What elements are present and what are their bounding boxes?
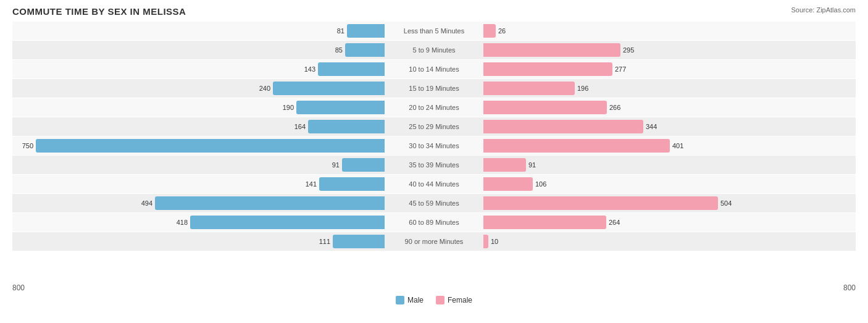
row-category-label: Less than 5 Minutes xyxy=(385,27,483,35)
male-value-label: 418 xyxy=(169,219,188,226)
bar-row: 16425 to 29 Minutes344 xyxy=(12,117,856,136)
male-value-label: 164 xyxy=(287,123,306,130)
male-bar xyxy=(345,43,385,57)
left-side: 750 xyxy=(12,138,385,154)
legend: Male Female xyxy=(12,296,856,304)
row-category-label: 10 to 14 Minutes xyxy=(385,65,483,73)
female-bar xyxy=(483,177,533,191)
legend-female-box xyxy=(436,296,444,304)
right-side: 10 xyxy=(483,233,856,250)
male-value-label: 111 xyxy=(312,238,330,245)
male-bar xyxy=(296,101,385,114)
male-bar xyxy=(318,62,385,76)
bar-row: 81Less than 5 Minutes26 xyxy=(12,22,856,40)
axis-labels: 800 800 xyxy=(12,281,856,292)
female-bar xyxy=(483,158,526,172)
legend-female-label: Female xyxy=(448,296,472,304)
row-category-label: 25 to 29 Minutes xyxy=(385,123,483,130)
female-bar xyxy=(483,24,496,38)
left-side: 164 xyxy=(12,119,385,135)
bar-row: 75030 to 34 Minutes401 xyxy=(12,136,856,155)
bar-row: 24015 to 19 Minutes196 xyxy=(12,79,856,98)
female-value-label: 277 xyxy=(615,65,626,73)
male-bar xyxy=(342,158,385,172)
row-category-label: 90 or more Minutes xyxy=(385,238,483,245)
male-value-label: 141 xyxy=(298,180,317,188)
row-category-label: 40 to 44 Minutes xyxy=(385,180,483,188)
right-side: 401 xyxy=(483,138,856,154)
bar-row: 11190 or more Minutes10 xyxy=(12,232,856,251)
bar-row: 855 to 9 Minutes295 xyxy=(12,41,856,59)
female-bar xyxy=(483,196,718,210)
male-bar xyxy=(36,139,385,153)
female-bar xyxy=(483,43,620,57)
right-side: 344 xyxy=(483,119,856,135)
left-side: 91 xyxy=(12,157,385,173)
legend-male: Male xyxy=(396,296,424,304)
female-value-label: 295 xyxy=(623,46,634,54)
male-bar xyxy=(190,216,385,229)
left-side: 494 xyxy=(12,195,385,211)
row-category-label: 60 to 89 Minutes xyxy=(385,219,483,226)
chart-container: COMMUTE TIME BY SEX IN MELISSA Source: Z… xyxy=(0,0,868,323)
right-side: 266 xyxy=(483,99,856,115)
male-value-label: 85 xyxy=(324,46,343,54)
female-value-label: 91 xyxy=(528,161,536,169)
male-bar xyxy=(319,177,385,191)
female-value-label: 196 xyxy=(577,85,588,92)
female-bar xyxy=(483,62,612,76)
bar-row: 19020 to 24 Minutes266 xyxy=(12,98,856,117)
male-bar xyxy=(333,235,385,248)
male-value-label: 81 xyxy=(326,27,344,35)
female-bar xyxy=(483,139,670,153)
row-category-label: 45 to 59 Minutes xyxy=(385,199,483,207)
row-category-label: 15 to 19 Minutes xyxy=(385,85,483,92)
source-text: Source: ZipAtlas.com xyxy=(791,6,856,14)
row-category-label: 20 to 24 Minutes xyxy=(385,104,483,111)
legend-male-label: Male xyxy=(407,296,424,304)
male-value-label: 240 xyxy=(252,85,270,92)
row-category-label: 5 to 9 Minutes xyxy=(385,46,483,54)
chart-area: 81Less than 5 Minutes26855 to 9 Minutes2… xyxy=(12,22,856,281)
female-value-label: 264 xyxy=(609,219,620,226)
left-side: 143 xyxy=(12,61,385,77)
female-bar xyxy=(483,120,643,133)
left-side: 141 xyxy=(12,176,385,192)
right-side: 295 xyxy=(483,42,856,58)
legend-female: Female xyxy=(436,296,472,304)
left-side: 240 xyxy=(12,80,385,96)
male-bar xyxy=(273,82,385,95)
row-category-label: 30 to 34 Minutes xyxy=(385,142,483,149)
axis-left: 800 xyxy=(12,283,25,292)
female-value-label: 266 xyxy=(609,104,620,111)
female-value-label: 401 xyxy=(672,142,683,149)
female-value-label: 344 xyxy=(646,123,657,130)
female-value-label: 504 xyxy=(720,199,732,207)
bar-row: 41860 to 89 Minutes264 xyxy=(12,213,856,232)
male-value-label: 91 xyxy=(321,161,340,169)
right-side: 196 xyxy=(483,80,856,96)
bar-row: 9135 to 39 Minutes91 xyxy=(12,156,856,174)
male-bar xyxy=(155,196,385,210)
male-value-label: 750 xyxy=(15,142,33,149)
female-value-label: 10 xyxy=(491,238,498,245)
bar-row: 14310 to 14 Minutes277 xyxy=(12,60,856,78)
right-side: 26 xyxy=(483,23,856,39)
left-side: 85 xyxy=(12,42,385,58)
right-side: 91 xyxy=(483,157,856,173)
right-side: 504 xyxy=(483,195,856,211)
left-side: 190 xyxy=(12,99,385,115)
male-bar xyxy=(347,24,385,38)
right-side: 106 xyxy=(483,176,856,192)
row-category-label: 35 to 39 Minutes xyxy=(385,161,483,169)
male-value-label: 143 xyxy=(297,65,315,73)
female-value-label: 106 xyxy=(535,180,546,188)
chart-title: COMMUTE TIME BY SEX IN MELISSA xyxy=(12,6,856,17)
female-bar xyxy=(483,235,488,248)
axis-right: 800 xyxy=(843,283,856,292)
right-side: 264 xyxy=(483,214,856,230)
right-side: 277 xyxy=(483,61,856,77)
female-bar xyxy=(483,82,575,95)
bar-row: 49445 to 59 Minutes504 xyxy=(12,194,856,212)
female-bar xyxy=(483,216,606,229)
